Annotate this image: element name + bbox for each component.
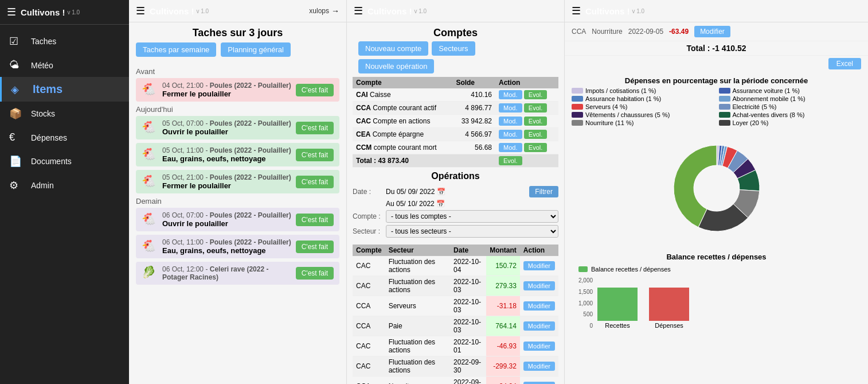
dash-hamburger-icon[interactable]: ☰ bbox=[572, 5, 581, 17]
comptes-title: Comptes bbox=[353, 22, 558, 41]
legend-label: Serveurs (4 %) bbox=[585, 103, 627, 110]
hamburger-icon[interactable]: ☰ bbox=[7, 6, 16, 18]
task-title: Ouvrir le poulailler bbox=[162, 219, 296, 228]
btn-evol[interactable]: Evol. bbox=[524, 143, 547, 152]
sidebar-app-version: v 1.0 bbox=[68, 9, 80, 15]
legend-label: Assurance voiture (1 %) bbox=[733, 87, 800, 94]
cest-fait-btn[interactable]: C'est fait bbox=[296, 149, 334, 161]
btn-secteurs[interactable]: Secteurs bbox=[432, 41, 475, 56]
sidebar-item-label: Items bbox=[33, 83, 62, 96]
btn-planning[interactable]: Planning général bbox=[221, 42, 291, 57]
legend-label: Nourriture (11 %) bbox=[585, 119, 634, 126]
btn-modifier-op[interactable]: Modifier bbox=[523, 321, 555, 331]
cest-fait-btn[interactable]: C'est fait bbox=[296, 176, 334, 188]
taches-user: xulops bbox=[309, 7, 329, 15]
task-time: 06 Oct, 07:00 - Poules (2022 - Poulaille… bbox=[162, 211, 296, 219]
btn-nouveau-compte[interactable]: Nouveau compte bbox=[358, 41, 428, 56]
table-row: CAC Fluctuation des actions 2022-10-01 -… bbox=[353, 336, 558, 356]
btn-evol[interactable]: Evol. bbox=[524, 117, 547, 126]
btn-mod[interactable]: Mod. bbox=[499, 130, 522, 139]
task-info: 05 Oct, 21:00 - Poules (2022 - Poulaille… bbox=[162, 173, 296, 190]
comptes-hamburger-icon[interactable]: ☰ bbox=[354, 5, 363, 17]
stocks-icon: 📦 bbox=[9, 107, 25, 120]
btn-modifier-op[interactable]: Modifier bbox=[523, 281, 555, 290]
legend-color bbox=[719, 120, 730, 126]
sidebar-item-documents[interactable]: 📄 Documents bbox=[0, 149, 129, 173]
btn-mod[interactable]: Mod. bbox=[499, 103, 522, 113]
section-avant: Avant bbox=[136, 67, 339, 76]
logout-icon[interactable]: → bbox=[331, 6, 339, 15]
btn-filtrer[interactable]: Filtrer bbox=[529, 186, 558, 197]
cest-fait-btn[interactable]: C'est fait bbox=[296, 214, 334, 226]
sidebar-item-admin[interactable]: ⚙ Admin bbox=[0, 173, 129, 197]
op-action: Modifier bbox=[520, 356, 558, 377]
cest-fait-btn[interactable]: C'est fait bbox=[296, 241, 334, 253]
btn-modifier-op[interactable]: Modifier bbox=[523, 301, 555, 311]
btn-nouvelle-op[interactable]: Nouvelle opération bbox=[358, 59, 434, 73]
sidebar-item-label: Taches bbox=[31, 37, 56, 46]
op-date: 2022-09-30 bbox=[450, 377, 486, 385]
legend-item: Nourriture (11 %) bbox=[572, 119, 714, 126]
documents-icon: 📄 bbox=[9, 155, 25, 168]
btn-excel[interactable]: Excel bbox=[828, 58, 861, 69]
btn-modifier-op[interactable]: Modifier bbox=[523, 362, 555, 371]
legend-item: Assurance voiture (1 %) bbox=[719, 87, 862, 94]
cest-fait-btn[interactable]: C'est fait bbox=[296, 122, 334, 134]
taches-hamburger-icon[interactable]: ☰ bbox=[136, 5, 145, 17]
legend-color bbox=[719, 96, 730, 102]
btn-mod[interactable]: Mod. bbox=[499, 90, 522, 99]
balance-legend-label: Balance recettes / dépenses bbox=[591, 266, 671, 273]
compte-solde: 56.68 bbox=[452, 141, 495, 154]
date-label: Date : bbox=[353, 188, 386, 196]
task-title: Fermer le poulailler bbox=[162, 181, 296, 190]
compte-action: Mod. Evol. bbox=[495, 128, 558, 141]
legend-item: Loyer (20 %) bbox=[719, 119, 862, 126]
taches-icon: ☑ bbox=[9, 35, 25, 48]
sidebar-item-items[interactable]: ◈ Items bbox=[0, 77, 129, 102]
cest-fait-btn[interactable]: C'est fait bbox=[296, 267, 334, 280]
y-axis: 2,000 1,500 1,000 500 0 bbox=[578, 277, 593, 329]
task-time: 05 Oct, 11:00 - Poules (2022 - Poulaille… bbox=[162, 146, 296, 154]
cest-fait-btn[interactable]: C'est fait bbox=[296, 84, 334, 96]
depenses-bar bbox=[649, 288, 689, 321]
col-action: Action bbox=[495, 77, 558, 88]
ops-col-compte: Compte bbox=[353, 245, 385, 256]
bars-container: Recettes Dépenses bbox=[597, 288, 689, 329]
dash-modifier-btn[interactable]: Modifier bbox=[694, 26, 730, 37]
table-row: CAC Fluctuation des actions 2022-10-03 2… bbox=[353, 276, 558, 296]
task-card: 🐔 06 Oct, 07:00 - Poules (2022 - Poulail… bbox=[136, 208, 339, 231]
op-secteur: Fluctuation des actions bbox=[385, 276, 450, 296]
sidebar-item-taches[interactable]: ☑ Taches bbox=[0, 29, 129, 53]
task-time: 06 Oct, 11:00 - Poules (2022 - Poulaille… bbox=[162, 238, 296, 246]
ops-title: Opérations bbox=[353, 168, 558, 184]
date-to: Au 05/ 10/ 2022 📅 bbox=[386, 200, 558, 208]
btn-total-evol[interactable]: Evol. bbox=[499, 156, 522, 165]
btn-evol[interactable]: Evol. bbox=[524, 90, 547, 99]
task-card: 🐔 06 Oct, 11:00 - Poules (2022 - Poulail… bbox=[136, 235, 339, 258]
sidebar-item-depenses[interactable]: € Dépenses bbox=[0, 126, 129, 149]
btn-mod[interactable]: Mod. bbox=[499, 117, 522, 126]
legend-label: Loyer (20 %) bbox=[733, 119, 769, 126]
secteur-filter-row: Secteur : - tous les secteurs - bbox=[353, 225, 558, 238]
btn-modifier-op[interactable]: Modifier bbox=[523, 382, 555, 384]
table-row: CAI Caisse 410.16 Mod. Evol. bbox=[353, 88, 558, 102]
task-card: 🐔 04 Oct, 21:00 - Poules (2022 - Poulail… bbox=[136, 78, 339, 102]
btn-evol[interactable]: Evol. bbox=[524, 130, 547, 139]
dash-top-account: CCA bbox=[572, 28, 586, 36]
admin-icon: ⚙ bbox=[9, 179, 25, 192]
sidebar-item-stocks[interactable]: 📦 Stocks bbox=[0, 102, 129, 126]
btn-mod[interactable]: Mod. bbox=[499, 143, 522, 152]
compte-action: Mod. Evol. bbox=[495, 102, 558, 115]
legend-color bbox=[719, 88, 730, 94]
bar-depenses: Dépenses bbox=[649, 288, 689, 329]
sidebar-item-meteo[interactable]: 🌤 Météo bbox=[0, 53, 129, 77]
nav-menu: ☑ Taches 🌤 Météo ◈ Items 📦 Stocks € Dépe… bbox=[0, 25, 129, 202]
btn-modifier-op[interactable]: Modifier bbox=[523, 261, 555, 270]
taches-buttons: Taches par semaine Planning général bbox=[129, 42, 346, 61]
op-montant: 764.14 bbox=[486, 316, 520, 336]
secteur-select[interactable]: - tous les secteurs - bbox=[386, 225, 558, 238]
btn-semaine[interactable]: Taches par semaine bbox=[136, 42, 216, 57]
compte-select[interactable]: - tous les comptes - bbox=[386, 210, 558, 223]
btn-evol[interactable]: Evol. bbox=[524, 103, 547, 113]
btn-modifier-op[interactable]: Modifier bbox=[523, 342, 555, 351]
